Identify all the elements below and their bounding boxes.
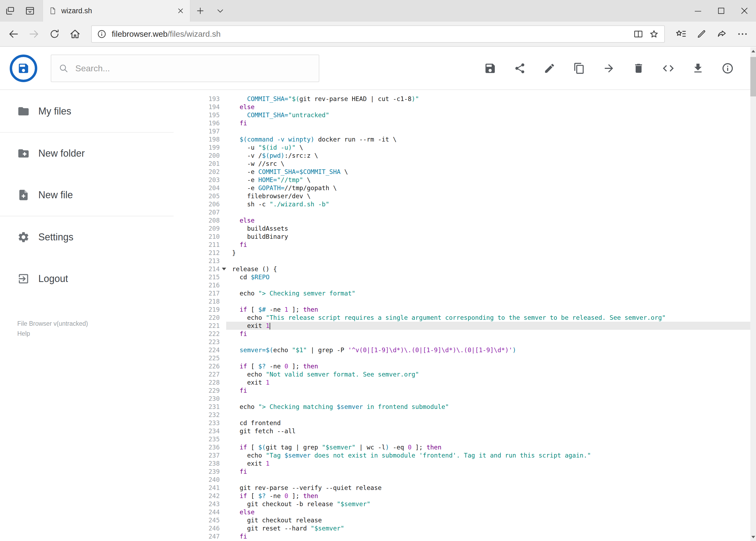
code-text[interactable]: COMMIT_SHA="$(git rev-parse HEAD | cut -…	[226, 95, 750, 103]
code-text[interactable]: -v /$(pwd):/src:z \	[226, 152, 750, 160]
code-text[interactable]: $(command -v winpty) docker run --rm -it…	[226, 135, 750, 144]
code-text[interactable]: echo "> Checking semver format"	[226, 289, 750, 297]
code-line[interactable]: 231 echo "> Checking matching $semver in…	[173, 403, 750, 411]
address-bar[interactable]: filebrowser.web/files/wizard.sh	[91, 25, 665, 43]
code-line[interactable]: 215 cd $REPO	[173, 273, 750, 281]
code-text[interactable]	[226, 338, 750, 346]
code-line[interactable]: 216	[173, 281, 750, 289]
delete-button[interactable]	[632, 62, 645, 75]
code-text[interactable]	[226, 257, 750, 265]
code-text[interactable]: else	[226, 216, 750, 225]
scrollbar-thumb[interactable]	[750, 57, 756, 96]
code-text[interactable]	[226, 281, 750, 289]
code-text[interactable]	[226, 354, 750, 362]
tab-close-icon[interactable]	[176, 7, 185, 15]
move-button[interactable]	[603, 62, 616, 75]
code-text[interactable]: buildAssets	[226, 225, 750, 233]
scrollbar-up-arrow[interactable]	[751, 50, 755, 52]
code-line[interactable]: 195 COMMIT_SHA="untracked"	[173, 111, 750, 119]
code-text[interactable]: filebrowser/dev \	[226, 192, 750, 200]
refresh-button[interactable]	[44, 22, 65, 46]
code-line[interactable]: 201 -w //src \	[173, 160, 750, 168]
code-line[interactable]: 207	[173, 208, 750, 216]
code-line[interactable]: 229 fi	[173, 386, 750, 395]
code-line[interactable]: 227 echo "Not valid semver format. See s…	[173, 370, 750, 378]
code-line[interactable]: 228 exit 1	[173, 378, 750, 386]
code-text[interactable]: }	[226, 249, 750, 257]
code-line[interactable]: 234 git fetch --all	[173, 427, 750, 435]
code-line[interactable]: 214release () {	[173, 265, 750, 273]
code-line[interactable]: 235	[173, 435, 750, 443]
code-text[interactable]	[226, 435, 750, 443]
code-text[interactable]: if [ $? -ne 0 ]; then	[226, 362, 750, 370]
code-line[interactable]: 199 -u "$(id -u)" \	[173, 144, 750, 152]
code-text[interactable]	[226, 208, 750, 216]
code-text[interactable]: echo "Tag $semver does not exist in subm…	[226, 451, 750, 459]
code-line[interactable]: 213	[173, 257, 750, 265]
code-text[interactable]: git rev-parse --verify --quiet release	[226, 484, 750, 492]
code-text[interactable]: exit 1	[226, 459, 750, 467]
code-line[interactable]: 240	[173, 476, 750, 484]
code-line[interactable]: 219 if [ $# -ne 1 ]; then	[173, 305, 750, 313]
site-info-icon[interactable]	[97, 29, 107, 39]
back-button[interactable]	[3, 22, 24, 46]
maximize-button[interactable]	[710, 0, 733, 22]
raw-view-button[interactable]	[662, 62, 675, 75]
code-text[interactable]: git reset --hard "$semver"	[226, 524, 750, 532]
code-text[interactable]: fi	[226, 467, 750, 476]
code-line[interactable]: 223	[173, 338, 750, 346]
code-text[interactable]: -u "$(id -u)" \	[226, 144, 750, 152]
code-line[interactable]: 243 git checkout -b release "$semver"	[173, 500, 750, 508]
fold-arrow-icon[interactable]	[222, 268, 226, 270]
share-button[interactable]	[513, 62, 526, 75]
help-link[interactable]: Help	[17, 329, 88, 339]
code-text[interactable]: git checkout release	[226, 516, 750, 524]
search-input[interactable]	[75, 63, 312, 74]
code-text[interactable]: exit 1	[226, 322, 750, 330]
code-text[interactable]: cd frontend	[226, 419, 750, 427]
code-text[interactable]: else	[226, 508, 750, 516]
code-text[interactable]: -w //src \	[226, 160, 750, 168]
code-line[interactable]: 225	[173, 354, 750, 362]
code-line[interactable]: 212}	[173, 249, 750, 257]
sidebar-item-new-file[interactable]: New file	[0, 174, 173, 216]
code-text[interactable]	[226, 297, 750, 305]
code-line[interactable]: 194 else	[173, 103, 750, 111]
code-line[interactable]: 208 else	[173, 216, 750, 225]
code-editor[interactable]: 193 COMMIT_SHA="$(git rev-parse HEAD | c…	[173, 91, 750, 541]
scrollbar-down-arrow[interactable]	[751, 536, 755, 538]
code-text[interactable]: fi	[226, 119, 750, 127]
code-line[interactable]: 232	[173, 411, 750, 419]
share-page-button[interactable]	[712, 22, 732, 46]
code-line[interactable]: 220 echo "This release script requires a…	[173, 313, 750, 322]
code-text[interactable]	[226, 411, 750, 419]
set-tabs-aside-button[interactable]	[0, 0, 20, 22]
code-line[interactable]: 209 buildAssets	[173, 225, 750, 233]
sidebar-item-settings[interactable]: Settings	[0, 216, 173, 258]
favorite-star-icon[interactable]	[648, 29, 659, 39]
code-line[interactable]: 198 $(command -v winpty) docker run --rm…	[173, 135, 750, 144]
code-line[interactable]: 196 fi	[173, 119, 750, 127]
code-line[interactable]: 206 sh -c "./wizard.sh -b"	[173, 200, 750, 208]
code-line[interactable]: 226 if [ $? -ne 0 ]; then	[173, 362, 750, 370]
url-text[interactable]: filebrowser.web/files/wizard.sh	[112, 29, 628, 39]
code-text[interactable]: cd $REPO	[226, 273, 750, 281]
code-line[interactable]: 204 -e GOPATH=//tmp/gopath \	[173, 184, 750, 192]
code-line[interactable]: 247 fi	[173, 532, 750, 540]
code-line[interactable]: 238 exit 1	[173, 459, 750, 467]
code-text[interactable]: -e COMMIT_SHA=$COMMIT_SHA \	[226, 168, 750, 176]
code-text[interactable]: git checkout -b release "$semver"	[226, 500, 750, 508]
rename-button[interactable]	[543, 62, 556, 75]
tab-list-chevron-button[interactable]	[210, 0, 230, 22]
code-line[interactable]: 203 -e HOME="//tmp" \	[173, 176, 750, 184]
forward-button[interactable]	[24, 22, 44, 46]
download-button[interactable]	[691, 62, 704, 75]
code-line[interactable]: 242 if [ $? -ne 0 ]; then	[173, 492, 750, 500]
sidebar-item-logout[interactable]: Logout	[0, 258, 173, 299]
code-line[interactable]: 239 fi	[173, 467, 750, 476]
code-text[interactable]: echo "> Checking matching $semver in fro…	[226, 403, 750, 411]
code-text[interactable]	[226, 395, 750, 403]
code-line[interactable]: 246 git reset --hard "$semver"	[173, 524, 750, 532]
code-text[interactable]: -e GOPATH=//tmp/gopath \	[226, 184, 750, 192]
code-line[interactable]: 217 echo "> Checking semver format"	[173, 289, 750, 297]
